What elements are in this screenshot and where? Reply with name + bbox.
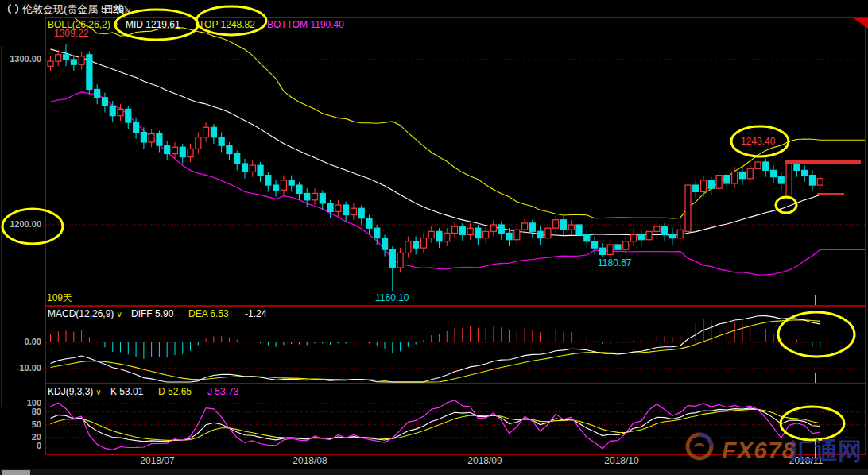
kdj-j-value: J 53.73 xyxy=(207,386,238,397)
chevron-down-icon: ∨ xyxy=(116,310,122,319)
macd-diff-line xyxy=(51,316,820,382)
watermark-cn-text: 汇通网 xyxy=(790,435,862,468)
kdj-indicator-selector[interactable]: KDJ(9,3,3)∨ xyxy=(48,386,102,398)
candles-layer[interactable] xyxy=(48,44,823,291)
boll-bottom-value: BOTTOM 1190.40 xyxy=(267,19,344,30)
boll-top-line xyxy=(51,0,866,218)
macd-layer[interactable] xyxy=(51,316,820,382)
boll-mid-value: MID 1219.61 xyxy=(126,19,180,30)
fx678-logo-icon xyxy=(684,431,715,462)
macd-bar-value: -1.24 xyxy=(245,308,266,319)
chevron-down-icon: ∨ xyxy=(95,388,101,396)
macd-diff-value: DIFF 5.90 xyxy=(131,308,173,319)
highlight-ellipse-price-1200 xyxy=(2,209,63,244)
kdj-d-value: D 52.65 xyxy=(158,386,192,397)
chart-canvas[interactable] xyxy=(0,0,868,475)
watermark-text: FX678 xyxy=(722,437,796,464)
boll-label: BOLL(26,26,2) xyxy=(48,19,110,30)
boll-indicator-row: BOLL(26,26,2)∨ MID 1219.61 TOP 1248.82 B… xyxy=(0,19,868,31)
visible-days-label: 109天 xyxy=(47,292,72,305)
horizontal-scrollbar[interactable] xyxy=(0,469,868,475)
scrollbar-thumb[interactable] xyxy=(2,470,30,475)
trading-terminal: 伦敦金现(贵金属 5120) 日线∨ BOLL(26,26,2)∨ MID 12… xyxy=(0,0,868,475)
fx678-watermark: FX678 汇通网 xyxy=(680,424,868,469)
boll-top-value: TOP 1248.82 xyxy=(199,19,255,30)
macd-indicator-selector[interactable]: MACD(12,26,9)∨ xyxy=(48,308,122,320)
macd-label: MACD(12,26,9) xyxy=(48,308,114,319)
main-price-layer[interactable] xyxy=(48,0,865,291)
boll-indicator-selector[interactable]: BOLL(26,26,2)∨ xyxy=(48,19,118,31)
macd-indicator-row: MACD(12,26,9)∨ DIFF 5.90 DEA 6.53 -1.24 xyxy=(0,308,868,320)
chevron-down-icon: ∨ xyxy=(113,21,118,29)
highlight-ellipse-candle-mid-touch xyxy=(776,197,796,213)
kdj-label: KDJ(9,3,3) xyxy=(48,386,93,397)
kdj-indicator-row: KDJ(9,3,3)∨ K 53.01 D 52.65 J 53.73 xyxy=(0,386,868,398)
macd-dea-value: DEA 6.53 xyxy=(188,308,229,319)
boll-mid-line xyxy=(51,49,820,236)
highlight-ellipse-price-1243 xyxy=(731,126,789,156)
kdj-k-value: K 53.01 xyxy=(110,386,143,397)
